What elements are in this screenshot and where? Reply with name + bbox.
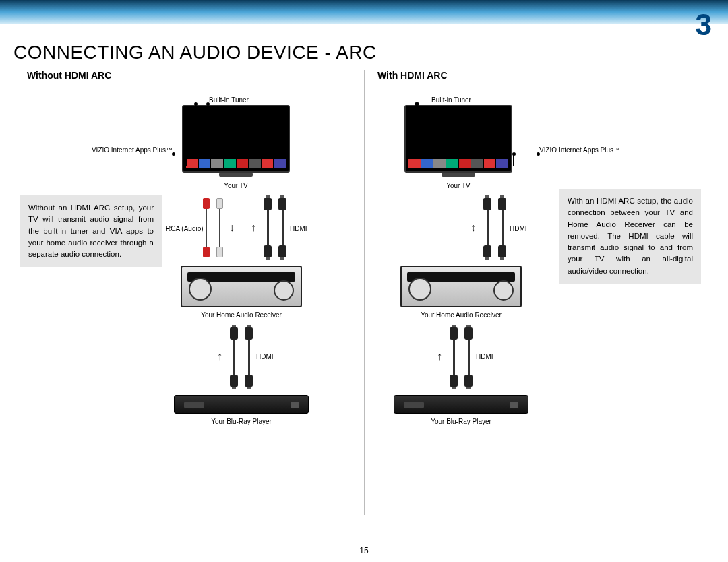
rca-cable-icon — [202, 198, 224, 257]
info-box-without-arc: Without an HDMI ARC setup, your TV will … — [20, 195, 162, 267]
receiver-label: Your Home Audio Receiver — [400, 311, 522, 319]
tv-icon — [182, 105, 290, 173]
page-number: 15 — [0, 546, 728, 555]
hdmi-cable-icon — [263, 198, 287, 257]
callout-line-icon — [513, 154, 514, 166]
cable-label-hdmi: HDMI — [256, 353, 274, 361]
hdmi-cable-icon — [483, 198, 507, 257]
column-heading: Without HDMI ARC — [27, 70, 111, 81]
header-gradient-band — [0, 0, 728, 24]
arrow-up-icon: ↑ — [217, 350, 222, 363]
cable-label-hdmi: HDMI — [476, 353, 493, 361]
callout-line-icon — [174, 154, 186, 154]
receiver-icon — [400, 266, 522, 307]
callout-built-in-tuner: Built-in Tuner — [209, 96, 249, 104]
bluray-icon — [394, 395, 528, 414]
bluray-label: Your Blu-Ray Player — [174, 418, 309, 425]
arrow-up-icon: ↑ — [437, 350, 442, 363]
hdmi-cable-icon — [229, 327, 253, 387]
column-without-arc: Without HDMI ARC Built-in Tuner VIZIO In… — [0, 70, 364, 528]
info-box-with-arc: With an HDMI ARC setup, the audio connec… — [559, 189, 701, 284]
tv-icon — [404, 105, 512, 173]
column-with-arc: With HDMI ARC Built-in Tuner VIZIO Inter… — [364, 70, 728, 528]
bluray-icon — [174, 395, 309, 414]
callout-apps: VIZIO Internet Apps Plus™ — [539, 146, 620, 154]
callout-line-icon — [195, 104, 195, 112]
tv-apps-row-icon — [186, 159, 286, 168]
callout-line-icon — [514, 154, 538, 154]
hdmi-cable-icon — [449, 327, 473, 387]
tv-apps-row-icon — [408, 159, 508, 168]
receiver-label: Your Home Audio Receiver — [181, 311, 302, 319]
callout-apps: VIZIO Internet Apps Plus™ — [71, 146, 173, 154]
cable-label-hdmi: HDMI — [290, 225, 307, 232]
callout-line-icon — [186, 154, 187, 166]
callout-built-in-tuner: Built-in Tuner — [431, 96, 471, 104]
diagram-without-arc: Built-in Tuner VIZIO Internet Apps Plus™… — [0, 90, 364, 528]
diagram-with-arc: Built-in Tuner VIZIO Internet Apps Plus™… — [364, 90, 728, 528]
cable-label-hdmi: HDMI — [510, 225, 527, 232]
cable-label-rca: RCA (Audio) — [166, 225, 204, 232]
arrow-down-icon: ↓ — [229, 222, 235, 234]
section-number: 3 — [696, 8, 712, 42]
bluray-label: Your Blu-Ray Player — [394, 418, 528, 425]
tv-label: Your TV — [404, 182, 512, 189]
receiver-icon — [181, 266, 302, 307]
columns-wrap: Without HDMI ARC Built-in Tuner VIZIO In… — [0, 70, 728, 528]
callout-line-icon — [417, 104, 417, 112]
manual-page: 3 CONNECTING AN AUDIO DEVICE - ARC Witho… — [0, 0, 728, 562]
arrow-up-icon: ↑ — [251, 222, 256, 234]
page-title: CONNECTING AN AUDIO DEVICE - ARC — [13, 42, 377, 63]
arrow-up-down-icon: ↕ — [471, 222, 476, 234]
tv-label: Your TV — [182, 182, 290, 189]
column-heading: With HDMI ARC — [377, 70, 448, 81]
